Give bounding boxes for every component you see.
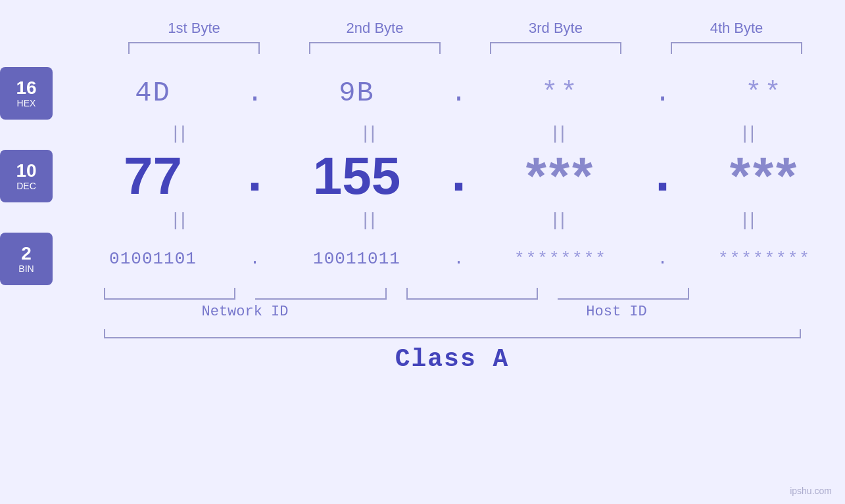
bin-byte4: ******** [696, 249, 834, 269]
bracket-byte3 [490, 42, 621, 54]
bin-byte2: 10011011 [288, 249, 426, 269]
bin-byte3: ******** [492, 249, 630, 269]
net-bracket [104, 288, 235, 300]
hex-badge-num: 16 [16, 78, 36, 99]
equals-row-1: || || || || [104, 120, 827, 146]
dec-dot2: . [449, 147, 469, 206]
bin-dot2: . [449, 249, 469, 269]
equals-row-2: || || || || [104, 206, 827, 233]
eq2-b2: || [301, 209, 439, 230]
eq2-b4: || [681, 209, 819, 230]
eq1-b3: || [491, 122, 629, 143]
bin-b1-value: 01001101 [109, 249, 197, 269]
eq2-b3: || [491, 209, 629, 230]
outer-bottom-bracket [104, 329, 801, 338]
host-bracket-left [406, 288, 538, 300]
bin-badge-num: 2 [21, 244, 32, 264]
eq1-b1: || [112, 122, 250, 143]
net-bracket-right [255, 288, 387, 300]
bin-badge-label: BIN [18, 263, 34, 274]
bin-b2-value: 10011011 [313, 249, 400, 269]
byte-headers-row: 1st Byte 2nd Byte 3rd Byte 4th Byte [104, 20, 827, 37]
dec-b2-value: 155 [313, 146, 400, 206]
watermark: ipshu.com [790, 486, 832, 496]
dec-b3-value: *** [526, 146, 595, 206]
bracket-byte1 [128, 42, 260, 54]
bottom-brackets [104, 288, 827, 300]
bottom-area: Network ID Host ID Class A [104, 288, 827, 373]
hex-row: 16 HEX 4D . 9B . ** . ** [0, 67, 845, 120]
bracket-byte4 [671, 42, 802, 54]
hex-byte1: 4D [84, 78, 222, 109]
eq2-b1: || [112, 209, 250, 230]
bin-row: 2 BIN 01001101 . 10011011 . ******** . [0, 233, 845, 285]
bin-byte1: 01001101 [84, 249, 222, 269]
host-bracket-right [558, 288, 689, 300]
dec-badge-num: 10 [16, 161, 36, 181]
hex-b4-value: ** [745, 78, 783, 109]
dec-badge: 10 DEC [0, 150, 53, 202]
hex-byte2: 9B [288, 78, 426, 109]
bin-dot3: . [653, 249, 673, 269]
byte4-header: 4th Byte [664, 20, 809, 37]
eq1-b2: || [301, 122, 439, 143]
hex-b2-value: 9B [339, 78, 374, 109]
main-container: 1st Byte 2nd Byte 3rd Byte 4th Byte 16 H… [0, 0, 845, 504]
bin-b3-value: ******** [514, 249, 607, 269]
bin-bytes: 01001101 . 10011011 . ******** . *******… [72, 249, 845, 269]
hex-dot1: . [245, 78, 265, 109]
hex-bytes: 4D . 9B . ** . ** [72, 78, 845, 109]
bracket-byte2 [309, 42, 441, 54]
hex-b1-value: 4D [135, 78, 170, 109]
hex-dot3: . [653, 78, 673, 109]
dec-b4-value: *** [730, 146, 799, 206]
dec-bytes: 77 . 155 . *** . *** [72, 146, 845, 206]
eq1-b4: || [681, 122, 819, 143]
dec-badge-label: DEC [16, 181, 36, 191]
hex-badge: 16 HEX [0, 67, 53, 120]
hex-byte3: ** [492, 78, 630, 109]
dec-byte4: *** [696, 146, 834, 206]
hex-byte4: ** [696, 78, 834, 109]
bin-badge: 2 BIN [0, 233, 53, 285]
bottom-labels: Network ID Host ID [104, 304, 827, 320]
dec-row: 10 DEC 77 . 155 . *** . *** [0, 146, 845, 206]
dec-b1-value: 77 [124, 146, 182, 206]
bin-dot1: . [245, 249, 265, 269]
dec-byte3: *** [492, 146, 630, 206]
network-id-label: Network ID [104, 304, 387, 320]
dec-byte1: 77 [84, 146, 222, 206]
hex-dot2: . [449, 78, 469, 109]
dec-byte2: 155 [288, 146, 426, 206]
host-id-label: Host ID [406, 304, 827, 320]
dec-dot3: . [653, 147, 673, 206]
bin-b4-value: ******** [718, 249, 811, 269]
byte3-header: 3rd Byte [483, 20, 628, 37]
byte2-header: 2nd Byte [302, 20, 447, 37]
top-brackets [104, 42, 827, 54]
hex-badge-label: HEX [17, 98, 36, 108]
dec-dot1: . [245, 147, 265, 206]
byte1-header: 1st Byte [122, 20, 266, 37]
class-label: Class A [104, 345, 801, 373]
hex-b3-value: ** [541, 78, 579, 109]
